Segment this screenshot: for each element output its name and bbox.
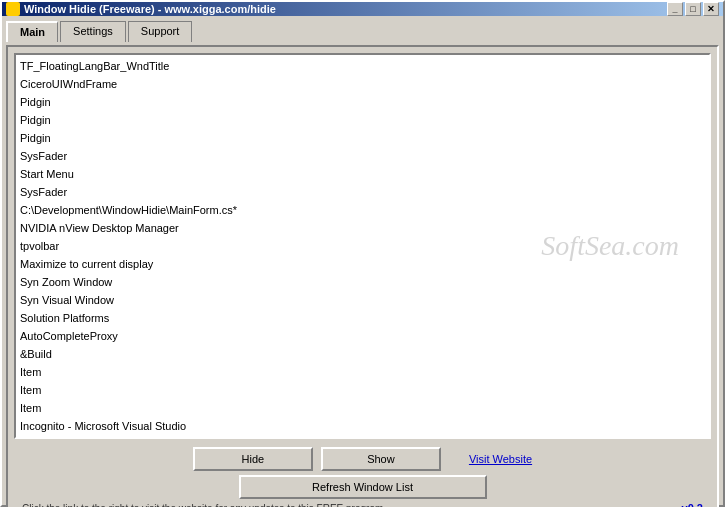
app-icon	[6, 2, 20, 16]
close-button[interactable]: ✕	[703, 2, 719, 16]
list-item[interactable]: Incognito - Microsoft Visual Studio	[18, 417, 707, 435]
list-item[interactable]: TF_FloatingLangBar_WndTitle	[18, 57, 707, 75]
list-item[interactable]: SysFader	[18, 147, 707, 165]
bottom-button-row: Refresh Window List	[239, 475, 487, 499]
window-list-container: TF_FloatingLangBar_WndTitleCiceroUIWndFr…	[14, 53, 711, 439]
list-item[interactable]: Item	[18, 363, 707, 381]
version-label: v0.2	[682, 502, 711, 508]
list-item[interactable]: NVIDIA nView Desktop Manager	[18, 219, 707, 237]
list-item[interactable]: Start Menu	[18, 165, 707, 183]
list-item[interactable]: Syn Visual Window	[18, 291, 707, 309]
content-area: TF_FloatingLangBar_WndTitleCiceroUIWndFr…	[6, 45, 719, 507]
list-item[interactable]: CiceroUIWndFrame	[18, 75, 707, 93]
list-item[interactable]: Pidgin	[18, 93, 707, 111]
refresh-button[interactable]: Refresh Window List	[239, 475, 487, 499]
info-text: Click the link to the right to visit the…	[14, 499, 682, 507]
list-item[interactable]: SysFader	[18, 183, 707, 201]
tab-support[interactable]: Support	[128, 21, 193, 42]
title-bar-text: Window Hidie (Freeware) - www.xigga.com/…	[6, 2, 276, 16]
list-item[interactable]: Maximize to current display	[18, 255, 707, 273]
list-item[interactable]: Syn Zoom Window	[18, 273, 707, 291]
buttons-area: Hide Show Visit Website Refresh Window L…	[14, 445, 711, 499]
title-bar: Window Hidie (Freeware) - www.xigga.com/…	[2, 2, 723, 16]
tab-bar: Main Settings Support	[2, 16, 723, 41]
minimize-button[interactable]: _	[667, 2, 683, 16]
maximize-button[interactable]: □	[685, 2, 701, 16]
list-item[interactable]: &Build	[18, 345, 707, 363]
list-item[interactable]: tpvolbar	[18, 237, 707, 255]
show-button[interactable]: Show	[321, 447, 441, 471]
title-bar-buttons: _ □ ✕	[667, 2, 719, 16]
status-bar: Click the link to the right to visit the…	[14, 499, 711, 507]
hide-button[interactable]: Hide	[193, 447, 313, 471]
visit-website-link[interactable]: Visit Website	[469, 453, 532, 465]
list-item[interactable]: Pidgin	[18, 111, 707, 129]
tab-settings[interactable]: Settings	[60, 21, 126, 42]
tab-main[interactable]: Main	[6, 21, 58, 42]
list-item[interactable]: Item	[18, 399, 707, 417]
list-item[interactable]: AutoCompleteProxy	[18, 327, 707, 345]
list-item[interactable]: C:\Development\WindowHidie\MainForm.cs*	[18, 201, 707, 219]
main-window: Window Hidie (Freeware) - www.xigga.com/…	[0, 0, 725, 507]
window-title: Window Hidie (Freeware) - www.xigga.com/…	[24, 3, 276, 15]
list-item[interactable]: Pidgin	[18, 129, 707, 147]
list-item[interactable]: Solution Platforms	[18, 309, 707, 327]
window-list[interactable]: TF_FloatingLangBar_WndTitleCiceroUIWndFr…	[16, 55, 709, 437]
top-button-row: Hide Show Visit Website	[193, 447, 532, 471]
list-item[interactable]: Item	[18, 381, 707, 399]
